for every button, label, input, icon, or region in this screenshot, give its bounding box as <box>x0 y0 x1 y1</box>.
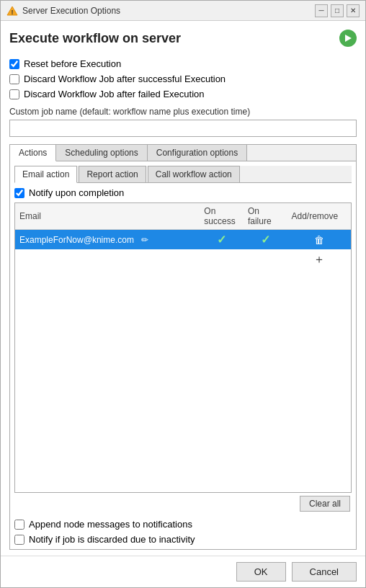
table-cell-failure: ✓ <box>244 230 287 250</box>
notify-checkbox-row[interactable]: Notify upon completion <box>14 187 124 198</box>
add-icon[interactable]: ＋ <box>313 253 325 265</box>
success-checkmark: ✓ <box>217 233 226 246</box>
checkboxes-section: Reset before Execution Discard Workflow … <box>9 58 357 99</box>
discard-failed-checkbox[interactable] <box>9 89 19 99</box>
table-cell-success: ✓ <box>200 230 244 250</box>
col-header-failure: On failure <box>244 203 287 230</box>
edit-icon[interactable]: ✏ <box>141 235 148 245</box>
notify-inactive-checkbox[interactable] <box>14 535 24 545</box>
custom-job-input[interactable] <box>9 120 357 137</box>
title-bar-controls: ─ □ ✕ <box>315 4 360 17</box>
add-cell-empty3 <box>244 249 287 270</box>
tab-report-action[interactable]: Report action <box>79 166 146 182</box>
title-text: Server Execution Options <box>22 6 120 16</box>
failure-checkmark: ✓ <box>261 233 270 246</box>
discard-success-checkbox-row[interactable]: Discard Workflow Job after successful Ex… <box>9 74 357 84</box>
outer-tab-bar: Actions Scheduling options Configuration… <box>10 145 356 161</box>
close-button[interactable]: ✕ <box>347 4 360 17</box>
title-bar-left: ! Server Execution Options <box>6 5 120 17</box>
play-icon <box>344 34 352 43</box>
window: ! Server Execution Options ─ □ ✕ Execute… <box>0 0 366 588</box>
bottom-checkboxes: Append node messages to notifications No… <box>14 519 352 545</box>
inner-tab-content: Email action Report action Call workflow… <box>10 161 356 549</box>
add-cell-empty <box>15 249 200 270</box>
svg-text:!: ! <box>12 9 14 16</box>
run-button[interactable] <box>339 30 357 47</box>
table-empty-area <box>15 270 351 492</box>
clear-all-row: Clear all <box>14 493 352 514</box>
notify-row: Notify upon completion <box>14 187 352 198</box>
outer-tabs-container: Actions Scheduling options Configuration… <box>9 144 357 550</box>
maximize-button[interactable]: □ <box>331 4 344 17</box>
col-header-success: On success <box>200 203 244 230</box>
email-table: Email On success On failure Add/remove E… <box>15 203 351 270</box>
notify-inactive-label: Notify if job is discarded due to inacti… <box>29 534 195 545</box>
append-messages-label: Append node messages to notifications <box>29 519 192 530</box>
dialog-footer: OK Cancel <box>1 556 365 587</box>
discard-failed-checkbox-row[interactable]: Discard Workflow Job after failed Execut… <box>9 89 357 99</box>
custom-job-section: Custom job name (default: workflow name … <box>9 107 357 144</box>
delete-icon[interactable]: 🗑 <box>314 234 324 246</box>
tab-email-action[interactable]: Email action <box>14 166 77 183</box>
main-content: Execute workflow on server Reset before … <box>1 21 365 556</box>
table-row[interactable]: ExampleForNow@knime.com ✏ ✓ ✓ <box>15 230 351 250</box>
table-header-row: Email On success On failure Add/remove <box>15 203 351 230</box>
custom-job-label: Custom job name (default: workflow name … <box>9 107 357 117</box>
ok-button[interactable]: OK <box>236 562 286 582</box>
add-row-cell: ＋ <box>287 249 351 270</box>
tab-scheduling[interactable]: Scheduling options <box>56 145 147 161</box>
svg-marker-2 <box>345 35 352 42</box>
col-header-addremove: Add/remove <box>287 203 351 230</box>
cancel-button[interactable]: Cancel <box>292 562 357 582</box>
tab-actions[interactable]: Actions <box>10 145 56 161</box>
warning-icon: ! <box>6 5 18 17</box>
discard-success-label: Discard Workflow Job after successful Ex… <box>24 74 226 84</box>
append-messages-checkbox[interactable] <box>14 520 24 530</box>
discard-failed-label: Discard Workflow Job after failed Execut… <box>24 89 204 99</box>
tab-configuration[interactable]: Configuration options <box>148 145 247 161</box>
reset-label: Reset before Execution <box>24 58 121 69</box>
title-bar: ! Server Execution Options ─ □ ✕ <box>1 1 365 21</box>
col-header-email: Email <box>15 203 200 230</box>
notify-label: Notify upon completion <box>29 187 124 198</box>
header-row: Execute workflow on server <box>9 30 357 47</box>
notify-inactive-row[interactable]: Notify if job is discarded due to inacti… <box>14 534 352 545</box>
table-cell-email: ExampleForNow@knime.com ✏ <box>15 230 200 250</box>
add-cell-empty2 <box>200 249 244 270</box>
notify-checkbox[interactable] <box>14 188 24 198</box>
discard-success-checkbox[interactable] <box>9 74 19 84</box>
table-cell-addremove: 🗑 <box>287 230 351 250</box>
tab-call-workflow-action[interactable]: Call workflow action <box>148 166 240 182</box>
reset-checkbox[interactable] <box>9 59 19 69</box>
table-body: ExampleForNow@knime.com ✏ ✓ ✓ <box>15 230 351 271</box>
reset-checkbox-row[interactable]: Reset before Execution <box>9 58 357 69</box>
clear-all-button[interactable]: Clear all <box>300 496 350 512</box>
page-title: Execute workflow on server <box>9 31 181 46</box>
minimize-button[interactable]: ─ <box>315 4 328 17</box>
email-table-container: Email On success On failure Add/remove E… <box>14 202 352 493</box>
email-text: ExampleForNow@knime.com <box>19 235 134 245</box>
inner-tab-bar: Email action Report action Call workflow… <box>14 166 352 183</box>
table-row-add: ＋ <box>15 249 351 270</box>
append-messages-row[interactable]: Append node messages to notifications <box>14 519 352 530</box>
